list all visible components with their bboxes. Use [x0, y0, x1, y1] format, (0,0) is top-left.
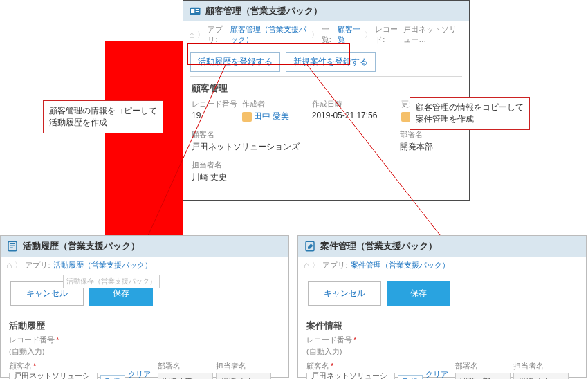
- contact-label: 担当者名: [192, 160, 330, 170]
- app-header: 活動履歴（営業支援パック）: [1, 236, 288, 257]
- home-icon[interactable]: ⌂: [6, 259, 12, 270]
- dept-value: 開発本部: [400, 141, 461, 153]
- auto-text: (自動入力): [1, 345, 288, 358]
- bc-app-label: アプリ:: [208, 24, 227, 45]
- creator-label: 作成者: [242, 99, 308, 109]
- dept-label: 部署名: [455, 361, 511, 371]
- bc-app-link[interactable]: 顧客管理（営業支援パック）: [230, 24, 309, 45]
- cust-input[interactable]: 戸田ネットソリューションズ: [9, 373, 98, 379]
- cust-input[interactable]: 戸田ネットソリューションズ: [306, 373, 395, 379]
- dept-value: 開発本部: [158, 373, 213, 379]
- home-icon[interactable]: ⌂: [304, 259, 309, 270]
- contact-label: 担当者名: [513, 361, 569, 371]
- app-title: 活動履歴（営業支援パック）: [23, 240, 140, 252]
- dept-label: 部署名: [158, 361, 213, 371]
- bc-app-label: アプリ:: [322, 260, 347, 270]
- contact-value: 川崎 丈史: [513, 373, 569, 379]
- creator-value[interactable]: 田中 愛美: [242, 111, 308, 122]
- chevron-icon: 〉: [312, 260, 320, 270]
- bc-list-link[interactable]: 顧客一覧: [338, 24, 362, 45]
- clear-link[interactable]: クリア: [128, 369, 151, 379]
- ghost-tooltip: 活動保存（営業支援パック）: [63, 275, 160, 288]
- cust-label: 顧客名: [192, 129, 396, 140]
- activity-panel: 活動履歴（営業支援パック） ⌂ 〉 アプリ: 活動履歴（営業支援パック） 活動保…: [0, 235, 289, 378]
- app-header: 顧客管理（営業支援パック）: [183, 1, 469, 21]
- avatar-icon: [242, 112, 252, 122]
- breadcrumb: ⌂ 〉 アプリ: 活動履歴（営業支援パック）: [1, 257, 288, 273]
- bc-app-link[interactable]: 活動履歴（営業支援パック）: [53, 260, 152, 270]
- recno-label: レコード番号*: [306, 335, 356, 344]
- chevron-icon: 〉: [197, 30, 205, 40]
- cancel-button[interactable]: キャンセル: [308, 281, 381, 306]
- svg-rect-1: [191, 9, 194, 13]
- home-icon[interactable]: ⌂: [189, 29, 194, 40]
- section-title: 活動履歴: [1, 314, 288, 335]
- case-panel: 案件管理（営業支援パック） ⌂ 〉 アプリ: 案件管理（営業支援パック） キャン…: [297, 235, 587, 378]
- save-button[interactable]: 保存: [387, 281, 450, 306]
- highlight-box: [187, 43, 350, 65]
- app-header: 案件管理（営業支援パック）: [298, 236, 586, 257]
- dept-label: 部署名: [400, 129, 461, 140]
- cust-label: 顧客名*: [306, 361, 395, 371]
- ctime-label: 作成日時: [312, 99, 398, 109]
- callout-left: 顧客管理の情報をコピーして 活動履歴を作成: [43, 100, 163, 133]
- ctime-value: 2019-05-21 17:56: [312, 111, 398, 120]
- contact-value: 川崎 丈史: [216, 373, 271, 379]
- app-title: 顧客管理（営業支援パック）: [205, 5, 322, 17]
- svg-rect-3: [196, 11, 199, 12]
- dept-value: 開発本部: [455, 373, 511, 379]
- clear-link[interactable]: クリア: [425, 369, 448, 379]
- cust-value: 戸田ネットソリューションズ: [192, 141, 396, 153]
- red-background: [105, 41, 183, 242]
- contact-value: 川崎 丈史: [192, 172, 330, 183]
- bc-app-label: アプリ:: [25, 260, 50, 270]
- contact-label: 担当者名: [216, 361, 271, 371]
- section-title: 案件情報: [298, 314, 586, 335]
- get-button[interactable]: 取得: [398, 375, 423, 379]
- bc-app-link[interactable]: 案件管理（営業支援パック）: [351, 260, 450, 270]
- chevron-icon: 〉: [15, 260, 22, 270]
- recno-label: レコード番号: [192, 99, 238, 109]
- svg-rect-2: [196, 9, 199, 10]
- bc-rec-val: 戸田ネットソリュー…: [403, 24, 463, 45]
- recno-value: 19: [192, 111, 238, 120]
- breadcrumb: ⌂ 〉 アプリ: 案件管理（営業支援パック）: [298, 257, 586, 273]
- recno-label: レコード番号*: [9, 335, 59, 344]
- bc-rec-label: レコード:: [375, 24, 401, 45]
- cust-label: 顧客名*: [9, 361, 98, 371]
- callout-right: 顧客管理の情報をコピーして 案件管理を作成: [410, 97, 530, 130]
- bc-list-label: 一覧:: [322, 24, 336, 45]
- chevron-icon: 〉: [365, 30, 372, 40]
- app-title: 案件管理（営業支援パック）: [320, 240, 437, 252]
- document-edit-icon: [304, 240, 316, 252]
- get-button[interactable]: 取得: [100, 375, 125, 379]
- auto-text: (自動入力): [298, 345, 586, 358]
- id-card-icon: [189, 5, 201, 17]
- section-title: 顧客管理: [183, 77, 469, 98]
- chevron-icon: 〉: [311, 30, 319, 40]
- document-icon: [6, 240, 19, 252]
